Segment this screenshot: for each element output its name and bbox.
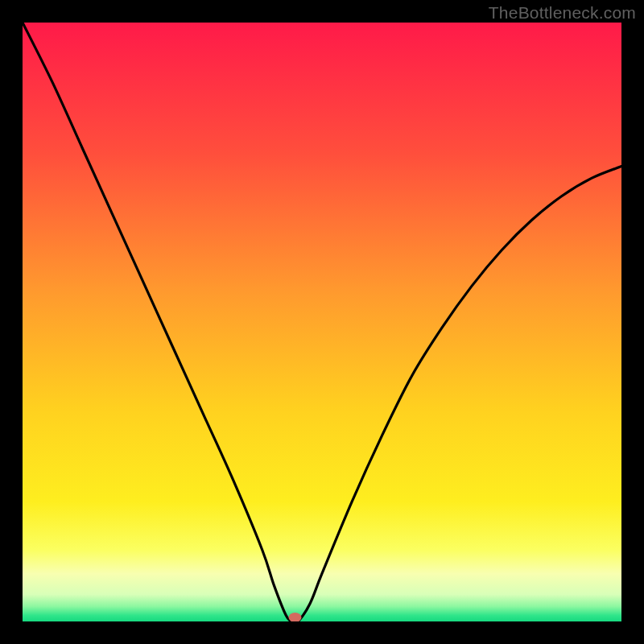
bottleneck-chart bbox=[23, 23, 621, 621]
chart-frame: TheBottleneck.com bbox=[0, 0, 644, 644]
gradient-background bbox=[23, 23, 621, 621]
watermark-text: TheBottleneck.com bbox=[489, 3, 636, 23]
